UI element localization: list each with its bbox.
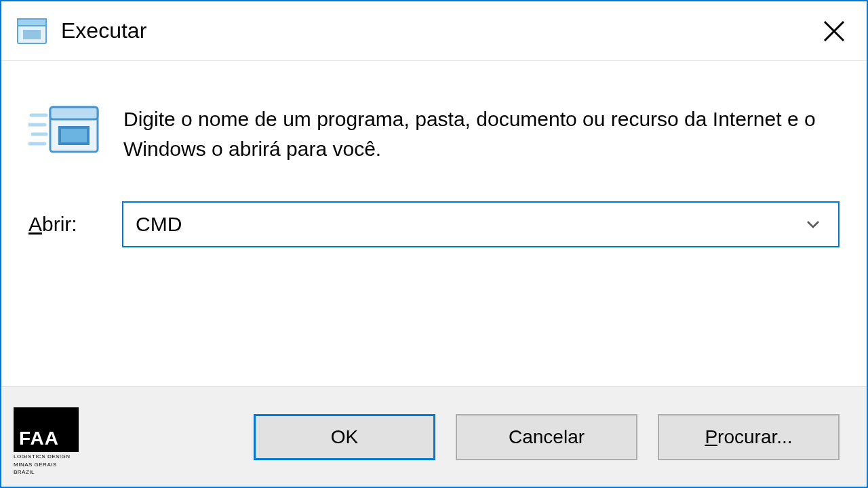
combobox-dropdown-button[interactable] <box>800 211 826 237</box>
dialog-content: Digite o nome de um programa, pasta, doc… <box>1 61 867 386</box>
svg-rect-1 <box>18 19 46 26</box>
dialog-footer: OK Cancelar Procurar... <box>1 386 867 487</box>
svg-rect-2 <box>23 30 41 39</box>
open-label: Abrir: <box>28 213 103 236</box>
open-input[interactable] <box>136 213 800 236</box>
titlebar: Executar <box>1 1 867 61</box>
close-button[interactable] <box>814 11 854 52</box>
prompt-text: Digite o nome de um programa, pasta, doc… <box>123 102 840 163</box>
watermark-line2: MINAS GERAIS <box>14 462 79 468</box>
watermark-logo-text: FAA <box>14 407 79 452</box>
chevron-down-icon <box>805 216 821 232</box>
watermark-line3: BRAZIL <box>14 469 79 476</box>
open-combobox[interactable] <box>122 201 840 247</box>
window-title: Executar <box>61 18 146 43</box>
prompt-row: Digite o nome de um programa, pasta, doc… <box>28 102 840 163</box>
run-dialog-window: Executar <box>0 0 868 488</box>
watermark-logo: FAA LOGISTICS DESIGN MINAS GERAIS BRAZIL <box>14 407 79 476</box>
ok-button[interactable]: OK <box>254 414 435 460</box>
svg-rect-12 <box>61 129 87 142</box>
run-program-icon <box>28 102 103 163</box>
browse-button[interactable]: Procurar... <box>658 414 840 460</box>
close-icon <box>822 19 846 43</box>
watermark-line1: LOGISTICS DESIGN <box>14 453 79 460</box>
run-titlebar-icon <box>15 15 49 47</box>
cancel-button[interactable]: Cancelar <box>456 414 637 460</box>
open-input-row: Abrir: <box>28 201 840 247</box>
svg-rect-10 <box>50 107 98 119</box>
